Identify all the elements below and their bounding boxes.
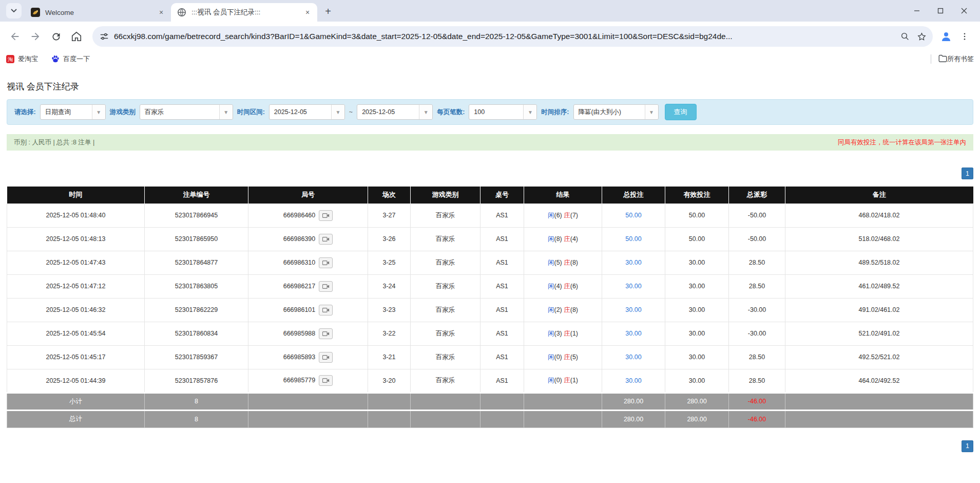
result-banker-score: (7) xyxy=(570,212,578,219)
cell-total-bet: 30.00 xyxy=(602,322,665,345)
cell-result: 闲(0) 庄(5) xyxy=(524,345,602,369)
subtotal-payout: -46.00 xyxy=(729,393,785,410)
forward-button[interactable] xyxy=(27,28,44,45)
result-banker-score: (8) xyxy=(570,259,578,266)
total-label: 总计 xyxy=(7,410,145,428)
page-number-button[interactable]: 1 xyxy=(962,168,973,179)
chevron-down-icon[interactable]: ▼ xyxy=(219,105,233,119)
video-replay-icon[interactable] xyxy=(319,281,333,292)
total-bet-link[interactable]: 30.00 xyxy=(625,354,641,361)
result-player-score: (2) xyxy=(554,306,564,313)
cell-time: 2025-12-05 01:48:13 xyxy=(7,227,145,251)
chevron-down-icon[interactable]: ▼ xyxy=(92,105,105,119)
chevron-down-icon[interactable]: ▼ xyxy=(331,105,344,119)
search-button[interactable]: 查询 xyxy=(665,104,697,120)
video-replay-icon[interactable] xyxy=(319,234,333,245)
round-number: 666986460 xyxy=(283,211,316,218)
cell-payout: -50.00 xyxy=(729,203,785,227)
cell-time: 2025-12-05 01:46:32 xyxy=(7,298,145,322)
header-valid-bet: 有效投注 xyxy=(665,187,729,203)
cell-time: 2025-12-05 01:45:17 xyxy=(7,345,145,369)
subtotal-valid-bet: 280.00 xyxy=(665,393,729,410)
back-button[interactable] xyxy=(6,28,24,45)
cell-result: 闲(8) 庄(4) xyxy=(524,227,602,251)
video-replay-icon[interactable] xyxy=(319,352,333,363)
result-player-label: 闲 xyxy=(548,235,554,243)
cell-game-type: 百家乐 xyxy=(411,251,481,274)
tab-search-button[interactable] xyxy=(6,3,22,18)
zoom-icon[interactable] xyxy=(897,28,913,45)
cell-payout: -30.00 xyxy=(729,322,785,345)
total-bet-link[interactable]: 30.00 xyxy=(625,306,641,313)
chevron-down-icon[interactable]: ▼ xyxy=(523,105,536,119)
cell-total-bet: 50.00 xyxy=(602,227,665,251)
home-button[interactable] xyxy=(68,28,85,45)
address-bar[interactable]: 66cxkj98.com/game/betrecord_search/kind3… xyxy=(92,26,933,47)
total-row: 总计 8 280.00 280.00 -46.00 xyxy=(7,410,973,428)
table-row: 2025-12-05 01:46:32523017862229666986101… xyxy=(7,298,973,322)
bookmark-label: 爱淘宝 xyxy=(18,54,38,64)
round-number: 666986310 xyxy=(283,258,316,266)
all-bookmarks[interactable]: 所有书签 xyxy=(931,54,974,64)
all-bookmarks-label: 所有书签 xyxy=(947,54,974,64)
site-info-icon[interactable] xyxy=(100,32,109,41)
total-bet-link[interactable]: 30.00 xyxy=(625,330,641,337)
date-start-dropdown[interactable]: 2025-12-05 ▼ xyxy=(269,104,345,120)
video-replay-icon[interactable] xyxy=(319,210,333,221)
cell-session: 3-24 xyxy=(368,274,411,298)
chevron-down-icon[interactable]: ▼ xyxy=(645,105,658,119)
cell-remark: 468.02/418.02 xyxy=(785,203,973,227)
video-replay-icon[interactable] xyxy=(319,375,333,386)
folder-icon xyxy=(938,54,947,64)
video-replay-icon[interactable] xyxy=(319,305,333,315)
tab-bar: Welcome × :::视讯 会员下注纪录::: × + xyxy=(0,0,980,22)
video-replay-icon[interactable] xyxy=(319,328,333,339)
cell-round: 666986390 xyxy=(248,227,368,251)
video-replay-icon[interactable] xyxy=(319,257,333,268)
cell-bet-id: 523017864877 xyxy=(145,251,248,274)
pagination-bottom: 1 xyxy=(7,440,973,452)
sort-dropdown[interactable]: 降冪(由大到小) ▼ xyxy=(573,104,659,120)
subtotal-label: 小计 xyxy=(7,393,145,410)
cell-table-no: AS1 xyxy=(481,345,524,369)
result-player-label: 闲 xyxy=(548,306,554,313)
bookmark-baidu[interactable]: 百度一下 xyxy=(51,54,90,64)
total-valid-bet: 280.00 xyxy=(665,410,729,428)
minimize-button[interactable] xyxy=(905,2,929,20)
notice-text: 同局有效投注，统一计算在该局第一张注单内 xyxy=(838,138,966,147)
total-bet-link[interactable]: 30.00 xyxy=(625,377,641,384)
bookmark-star-icon[interactable] xyxy=(913,28,930,45)
close-window-button[interactable] xyxy=(952,2,976,20)
close-tab-icon[interactable]: × xyxy=(303,8,312,17)
date-end-dropdown[interactable]: 2025-12-05 ▼ xyxy=(357,104,433,120)
total-bet-link[interactable]: 30.00 xyxy=(625,283,641,290)
chevron-down-icon[interactable]: ▼ xyxy=(419,105,432,119)
dropdown-value: 2025-12-05 xyxy=(270,108,331,116)
new-tab-button[interactable]: + xyxy=(320,4,336,19)
profile-avatar[interactable] xyxy=(937,27,955,46)
total-bet-link[interactable]: 50.00 xyxy=(625,235,641,243)
page-size-dropdown[interactable]: 100 ▼ xyxy=(469,104,537,120)
total-bet-link[interactable]: 50.00 xyxy=(625,212,641,219)
page-number-button[interactable]: 1 xyxy=(962,440,973,452)
close-tab-icon[interactable]: × xyxy=(157,8,166,17)
cell-bet-id: 523017857876 xyxy=(145,369,248,393)
game-type-dropdown[interactable]: 百家乐 ▼ xyxy=(140,104,233,120)
tilde-separator: ~ xyxy=(349,108,353,116)
bookmark-taobao[interactable]: 淘 爱淘宝 xyxy=(6,54,38,64)
maximize-button[interactable] xyxy=(929,2,952,20)
cell-bet-id: 523017860834 xyxy=(145,322,248,345)
cell-payout: 28.50 xyxy=(729,251,785,274)
cell-remark: 489.52/518.02 xyxy=(785,251,973,274)
window-controls xyxy=(905,2,976,20)
browser-menu-icon[interactable] xyxy=(955,27,974,46)
reload-button[interactable] xyxy=(47,28,65,45)
total-bet-link[interactable]: 30.00 xyxy=(625,259,641,266)
cell-table-no: AS1 xyxy=(481,227,524,251)
url-text[interactable]: 66cxkj98.com/game/betrecord_search/kind3… xyxy=(114,32,897,41)
tab-welcome[interactable]: Welcome × xyxy=(25,3,171,22)
tab-bet-record[interactable]: :::视讯 会员下注纪录::: × xyxy=(171,3,317,22)
cell-bet-id: 523017862229 xyxy=(145,298,248,322)
taobao-icon: 淘 xyxy=(6,55,14,63)
query-type-dropdown[interactable]: 日期查询 ▼ xyxy=(40,104,106,120)
